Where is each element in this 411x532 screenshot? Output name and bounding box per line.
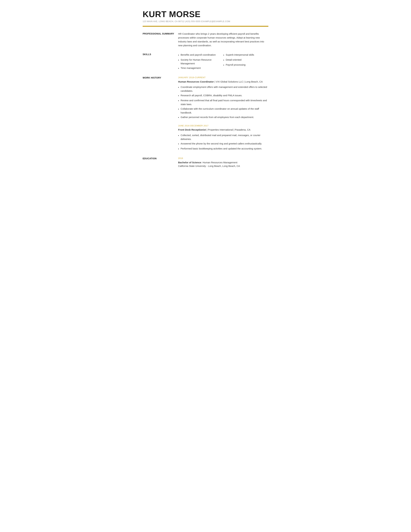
skills-section: SKILLS Benefits and payroll coordination… xyxy=(143,53,268,71)
work-history-content: JANUARY 2018-CURRENTHuman Resources Coor… xyxy=(178,76,268,152)
skills-col-1: Benefits and payroll coordinationSociety… xyxy=(178,53,223,71)
work-history-section: WORK HISTORY JANUARY 2018-CURRENTHuman R… xyxy=(143,76,268,152)
professional-summary-text: HR Coordinator who brings 2 years develo… xyxy=(178,32,268,48)
job-block: JANUARY 2018-CURRENTHuman Resources Coor… xyxy=(178,76,268,119)
skill-item: Time management xyxy=(178,66,223,71)
job-bullet: Coordinate employment offers with manage… xyxy=(178,85,268,93)
job-bullets: Collected, sorted, distributed mail and … xyxy=(178,133,268,151)
job-title-line: Front Desk Receptionist | Properties Int… xyxy=(178,128,268,132)
job-bullet: Performed basic bookkeeping activities a… xyxy=(178,147,268,151)
skill-item: Detail-oriented xyxy=(223,57,268,63)
education-section: EDUCATION 2016 Bachelor of Science: Huma… xyxy=(143,157,268,168)
job-title: Human Resources Coordinator xyxy=(178,80,214,83)
education-degree: Bachelor of Science: Human Resources Man… xyxy=(178,161,268,164)
job-bullet: Collaborate with the curriculum coordina… xyxy=(178,107,268,115)
job-date: JANUARY 2018-CURRENT xyxy=(178,76,268,79)
skills-label: SKILLS xyxy=(143,53,178,56)
job-title-line: Human Resources Coordinator | VXI Global… xyxy=(178,80,268,84)
job-bullet: Collected, sorted, distributed mail and … xyxy=(178,133,268,141)
skills-columns: Benefits and payroll coordinationSociety… xyxy=(178,53,268,71)
job-bullet: Research all payroll, COBRA, disability … xyxy=(178,94,268,98)
job-block: JUNE 2016-DECEMBER 2017Front Desk Recept… xyxy=(178,124,268,151)
skill-item: Payroll processing xyxy=(223,63,268,67)
skill-item: Superb interpersonal skills xyxy=(223,53,268,57)
job-bullets: Coordinate employment offers with manage… xyxy=(178,85,268,119)
candidate-name: KURT MORSE xyxy=(143,10,268,19)
education-degree-title: Bachelor of Science xyxy=(178,161,201,164)
job-date: JUNE 2016-DECEMBER 2017 xyxy=(178,124,268,127)
education-label: EDUCATION xyxy=(143,157,178,160)
skill-item: Benefits and payroll coordination xyxy=(178,53,223,57)
skills-list-2: Superb interpersonal skillsDetail-orient… xyxy=(223,53,268,67)
education-year: 2016 xyxy=(178,157,268,160)
professional-summary-label: PROFESSIONAL SUMMARY xyxy=(143,32,178,36)
job-bullet: Answered the phone by the second ring an… xyxy=(178,142,268,146)
job-bullet: Gather personnel records from all employ… xyxy=(178,115,268,120)
education-field: : Human Resources Management xyxy=(201,161,237,164)
education-content: 2016 Bachelor of Science: Human Resource… xyxy=(178,157,268,168)
professional-summary-content: HR Coordinator who brings 2 years develo… xyxy=(178,32,268,48)
professional-summary-section: PROFESSIONAL SUMMARY HR Coordinator who … xyxy=(143,32,268,48)
job-bullet: Review and confirmed that all final paid… xyxy=(178,98,268,106)
skill-item: Society for Human Resource Management xyxy=(178,57,223,66)
education-school: California State University - Long Beach… xyxy=(178,164,268,168)
contact-info: 123 MAIN AVE, LONG BEACH, CA 90712 (415)… xyxy=(143,20,268,23)
work-history-label: WORK HISTORY xyxy=(143,76,178,79)
resume-header: KURT MORSE 123 MAIN AVE, LONG BEACH, CA … xyxy=(143,10,268,23)
skills-col-2: Superb interpersonal skillsDetail-orient… xyxy=(223,53,268,71)
job-title: Front Desk Receptionist xyxy=(178,128,206,131)
skills-content: Benefits and payroll coordinationSociety… xyxy=(178,53,268,71)
section-divider xyxy=(143,26,268,27)
skills-list-1: Benefits and payroll coordinationSociety… xyxy=(178,53,223,71)
